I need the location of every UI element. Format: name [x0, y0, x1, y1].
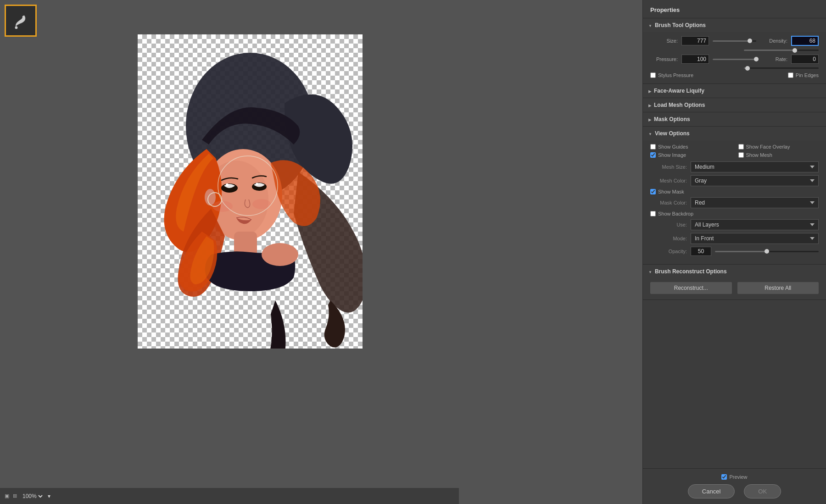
use-row: Use: All Layers Selected Layer: [650, 219, 819, 230]
pressure-slider-fill: [713, 59, 756, 60]
mesh-color-control[interactable]: Gray Red Green Blue Black White: [691, 175, 819, 186]
mesh-size-control[interactable]: Medium Small Large: [691, 161, 819, 172]
size-slider-container[interactable]: [713, 40, 756, 42]
show-face-overlay-label: Show Face Overlay: [746, 144, 790, 150]
show-mask-row: Show Mask: [650, 189, 819, 194]
mode-select[interactable]: In Front Behind Blend: [691, 233, 819, 244]
density-slider-container[interactable]: [744, 50, 819, 51]
pin-edges-label: Pin Edges: [796, 72, 819, 78]
liquify-brush-icon: [12, 12, 29, 29]
stylus-pressure-checkbox[interactable]: [650, 72, 656, 78]
brush-tool-options-header[interactable]: Brush Tool Options: [643, 18, 826, 32]
pressure-rate-row: Pressure: Rate:: [650, 55, 819, 64]
rate-slider-container[interactable]: [744, 67, 819, 69]
opacity-input[interactable]: [691, 247, 711, 256]
show-face-overlay-checkbox[interactable]: [738, 144, 744, 150]
size-slider-thumb[interactable]: [748, 39, 752, 43]
svg-point-6: [226, 183, 229, 186]
size-slider-track[interactable]: [713, 40, 756, 42]
show-backdrop-checkbox-label[interactable]: Show Backdrop: [650, 211, 819, 216]
use-select[interactable]: All Layers Selected Layer: [691, 219, 819, 230]
zoom-dropdown-icon: ▾: [48, 493, 50, 499]
load-mesh-options-section: Load Mesh Options: [643, 98, 826, 112]
stylus-pin-row: Stylus Pressure Pin Edges: [650, 72, 819, 78]
show-image-checkbox[interactable]: [650, 152, 656, 158]
action-buttons-row: Cancel OK: [650, 484, 819, 498]
restore-all-button[interactable]: Restore All: [737, 282, 819, 294]
face-aware-liquify-label: Face-Aware Liquify: [654, 88, 704, 94]
show-mesh-label: Show Mesh: [746, 152, 772, 158]
pin-edges-checkbox-label[interactable]: Pin Edges: [737, 72, 819, 78]
stylus-pressure-checkbox-label[interactable]: Stylus Pressure: [650, 72, 733, 78]
svg-point-0: [15, 26, 18, 29]
preview-checkbox-label[interactable]: Preview: [721, 474, 747, 480]
mask-color-select[interactable]: Red Green Blue Gray: [691, 197, 819, 208]
ok-button[interactable]: OK: [744, 484, 781, 498]
show-mask-label: Show Mask: [658, 189, 684, 194]
mask-options-label: Mask Options: [654, 116, 690, 122]
show-backdrop-checkbox[interactable]: [650, 211, 656, 216]
opacity-slider-track[interactable]: [715, 251, 819, 252]
show-mask-checkbox[interactable]: [650, 189, 656, 194]
pin-edges-checkbox[interactable]: [788, 72, 793, 78]
density-slider-track[interactable]: [744, 50, 819, 51]
stylus-pressure-label: Stylus Pressure: [658, 72, 693, 78]
use-control[interactable]: All Layers Selected Layer: [691, 219, 819, 230]
mesh-color-row: Mesh Color: Gray Red Green Blue Black Wh…: [650, 175, 819, 186]
mesh-color-label: Mesh Color:: [650, 178, 687, 183]
show-guides-checkbox[interactable]: [650, 144, 656, 150]
panel-content: Brush Tool Options Size: Density:: [643, 18, 826, 468]
pressure-input[interactable]: [681, 55, 709, 64]
canvas-container[interactable]: [138, 34, 363, 349]
canvas-area: ▣ ⊞ 100% 50% 200% ▾: [0, 0, 642, 504]
zoom-select[interactable]: 100% 50% 200%: [21, 493, 44, 500]
opacity-control: [691, 247, 819, 256]
opacity-label: Opacity:: [650, 249, 687, 254]
load-mesh-options-header[interactable]: Load Mesh Options: [643, 98, 826, 112]
rate-slider-track[interactable]: [744, 67, 819, 69]
mask-options-header[interactable]: Mask Options: [643, 112, 826, 126]
show-image-label: Show Image: [658, 152, 686, 158]
rate-input[interactable]: [791, 55, 819, 64]
mesh-size-label: Mesh Size:: [650, 164, 687, 170]
mask-color-control[interactable]: Red Green Blue Gray: [691, 197, 819, 208]
reconstruct-button[interactable]: Reconstruct...: [650, 282, 732, 294]
load-mesh-options-label: Load Mesh Options: [654, 102, 705, 108]
density-slider-fill: [744, 50, 795, 51]
mesh-size-row: Mesh Size: Medium Small Large: [650, 161, 819, 172]
cancel-button[interactable]: Cancel: [688, 484, 735, 498]
svg-point-10: [205, 189, 216, 205]
mesh-size-select[interactable]: Medium Small Large: [691, 161, 819, 172]
show-backdrop-label: Show Backdrop: [658, 211, 693, 216]
face-aware-liquify-header[interactable]: Face-Aware Liquify: [643, 84, 826, 98]
mode-row: Mode: In Front Behind Blend: [650, 233, 819, 244]
show-mesh-checkbox-label[interactable]: Show Mesh: [738, 152, 819, 158]
size-input[interactable]: [681, 36, 709, 45]
face-aware-liquify-section: Face-Aware Liquify: [643, 84, 826, 98]
density-slider-thumb[interactable]: [793, 48, 797, 53]
density-input[interactable]: [791, 36, 819, 46]
show-image-checkbox-label[interactable]: Show Image: [650, 152, 731, 158]
show-guides-label: Show Guides: [658, 144, 688, 150]
rate-label: Rate:: [760, 56, 787, 62]
show-guides-checkbox-label[interactable]: Show Guides: [650, 144, 731, 150]
show-mask-checkbox-label[interactable]: Show Mask: [650, 189, 684, 194]
status-icon-1: ▣: [5, 493, 9, 499]
show-face-overlay-checkbox-label[interactable]: Show Face Overlay: [738, 144, 819, 150]
show-mesh-checkbox[interactable]: [738, 152, 744, 158]
pressure-slider-thumb[interactable]: [754, 57, 759, 61]
mode-control[interactable]: In Front Behind Blend: [691, 233, 819, 244]
density-slider-row: [650, 50, 819, 51]
pressure-slider-container[interactable]: [713, 59, 756, 60]
view-options-header[interactable]: View Options: [643, 127, 826, 140]
view-options-label: View Options: [655, 130, 690, 137]
rate-slider-row: [650, 67, 819, 69]
opacity-slider-thumb[interactable]: [765, 249, 769, 254]
preview-checkbox[interactable]: [721, 474, 727, 480]
size-density-row: Size: Density:: [650, 36, 819, 46]
brush-reconstruct-options-header[interactable]: Brush Reconstruct Options: [643, 265, 826, 278]
mesh-color-select[interactable]: Gray Red Green Blue Black White: [691, 175, 819, 186]
rate-slider-thumb[interactable]: [745, 66, 750, 71]
brush-tool-options-toggle: [648, 22, 652, 28]
pressure-slider-track[interactable]: [713, 59, 756, 60]
